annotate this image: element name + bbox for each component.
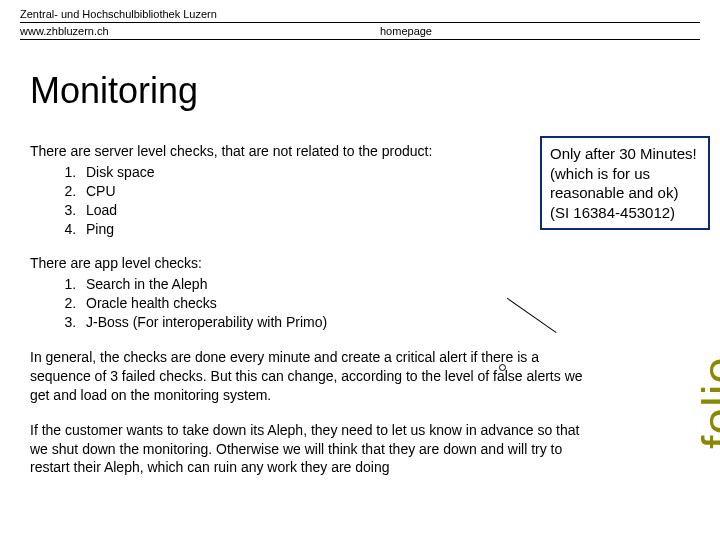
- institution-name: Zentral- und Hochschulbibliothek Luzern: [20, 8, 700, 23]
- callout-line: (which is for us reasonable and ok): [550, 164, 700, 203]
- site-url: www.zhbluzern.ch: [20, 25, 380, 37]
- list-item: Search in the Aleph: [80, 275, 590, 294]
- list-item: Ping: [80, 220, 590, 239]
- callout-line: Only after 30 Minutes!: [550, 144, 700, 164]
- body-paragraph: In general, the checks are done every mi…: [30, 348, 590, 405]
- app-checks-intro: There are app level checks:: [30, 255, 202, 271]
- page-title: Monitoring: [30, 70, 720, 112]
- callout-connector-end: [499, 364, 506, 371]
- slide-label: folie: [692, 356, 720, 449]
- app-checks-list: Search in the Aleph Oracle health checks…: [30, 275, 590, 332]
- body-paragraph: If the customer wants to take down its A…: [30, 421, 590, 478]
- homepage-link-label: homepage: [380, 25, 700, 37]
- server-checks-intro: There are server level checks, that are …: [30, 143, 432, 159]
- callout-box: Only after 30 Minutes! (which is for us …: [540, 136, 710, 230]
- list-item: CPU: [80, 182, 590, 201]
- list-item: J-Boss (For interoperability with Primo): [80, 313, 590, 332]
- callout-line: (SI 16384-453012): [550, 203, 700, 223]
- list-item: Disk space: [80, 163, 590, 182]
- list-item: Load: [80, 201, 590, 220]
- server-checks-list: Disk space CPU Load Ping: [30, 163, 590, 239]
